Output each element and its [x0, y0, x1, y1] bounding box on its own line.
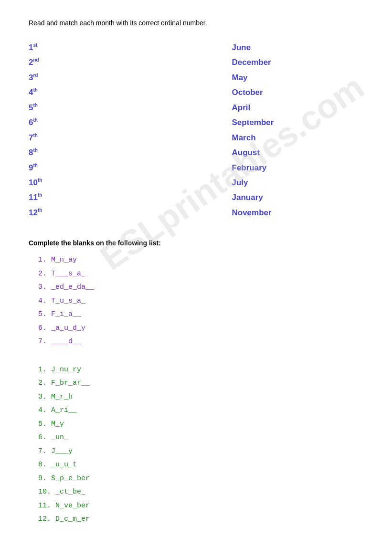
match-exercise: 1st2nd3rd4th5th6th7th8th9th10th11th12th … [29, 40, 363, 220]
list-item: 7. ____d__ [38, 335, 363, 349]
month-item: October [232, 85, 364, 100]
list-item: 6. _a_u_d_y [38, 322, 363, 336]
purple-fill-list: 1. M_n_ay2. T___s_a_3. _ed_e_da__4. T_u_… [29, 253, 363, 349]
list-item: 5. M_y [38, 418, 363, 432]
month-item: May [232, 70, 364, 85]
list-item: 12. D_c_m_er [38, 513, 363, 526]
list-item: 10. _ct_be_ [38, 485, 363, 499]
ordinals-column: 1st2nd3rd4th5th6th7th8th9th10th11th12th [29, 40, 160, 220]
list-item: 11. N_ve_ber [38, 499, 363, 513]
month-item: September [232, 115, 364, 130]
ordinal-item: 7th [29, 130, 160, 145]
list-item: 4. A_ri__ [38, 404, 363, 418]
ordinal-item: 4th [29, 85, 160, 100]
month-item: July [232, 175, 364, 190]
list-item: 1. M_n_ay [38, 253, 363, 267]
month-item: February [232, 160, 364, 175]
list-item: 9. S_p_e_ber [38, 472, 363, 486]
section2-title: Complete the blanks on the following lis… [29, 239, 363, 247]
list-item: 6. _un_ [38, 431, 363, 445]
month-item: August [232, 145, 364, 160]
list-item: 3. _ed_e_da__ [38, 281, 363, 295]
ordinal-item: 5th [29, 100, 160, 115]
green-fill-section: 1. J_nu_ry2. F_br_ar__3. M_r_h4. A_ri__5… [29, 363, 363, 526]
months-column: JuneDecemberMayOctoberAprilSeptemberMarc… [232, 40, 364, 220]
ordinal-item: 12th [29, 205, 160, 220]
instruction-text: Read and match each month with its corre… [29, 19, 363, 27]
ordinal-item: 11th [29, 190, 160, 205]
ordinal-item: 2nd [29, 55, 160, 70]
month-item: March [232, 130, 364, 145]
ordinal-item: 10th [29, 175, 160, 190]
list-item: 3. M_r_h [38, 390, 363, 404]
ordinal-item: 8th [29, 145, 160, 160]
ordinal-item: 3rd [29, 70, 160, 85]
green-fill-list: 1. J_nu_ry2. F_br_ar__3. M_r_h4. A_ri__5… [29, 363, 363, 526]
ordinal-item: 9th [29, 160, 160, 175]
list-item: 1. J_nu_ry [38, 363, 363, 377]
month-item: June [232, 40, 364, 55]
month-item: November [232, 205, 364, 220]
ordinal-item: 1st [29, 40, 160, 55]
list-item: 4. T_u_s_a_ [38, 295, 363, 308]
list-item: 8. _u_u_t [38, 458, 363, 472]
ordinal-item: 6th [29, 115, 160, 130]
list-item: 2. T___s_a_ [38, 267, 363, 281]
month-item: December [232, 55, 364, 70]
month-item: January [232, 190, 364, 205]
month-item: April [232, 100, 364, 115]
list-item: 2. F_br_ar__ [38, 377, 363, 390]
list-item: 7. J___y [38, 445, 363, 459]
fill-section: Complete the blanks on the following lis… [29, 239, 363, 349]
list-item: 5. F_i_a__ [38, 308, 363, 322]
